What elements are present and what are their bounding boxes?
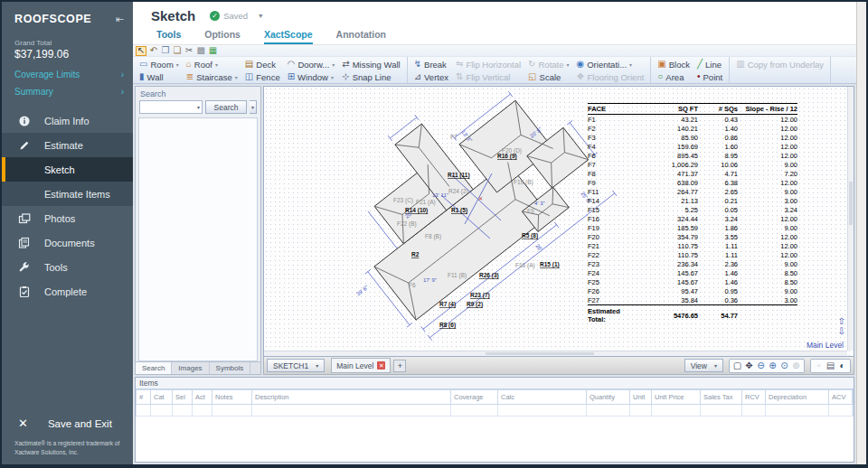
level-tab-main-level[interactable]: Main Level ✕ xyxy=(331,358,391,373)
face-cell: 0.86 xyxy=(698,133,738,142)
sidebar-link-summary[interactable]: Summary › xyxy=(2,83,133,100)
sketch-canvas[interactable]: ✕ F7F20 (D)F19 (B)F23 (C)F21 (A)F22 (B)F… xyxy=(263,86,854,357)
sidebar-item-estimate-items[interactable]: Estimate Items xyxy=(2,182,133,206)
tab-options[interactable]: Options xyxy=(204,29,241,44)
search-button[interactable]: Search xyxy=(205,100,247,114)
zoom-window-button[interactable]: ⊙ xyxy=(778,361,790,370)
items-empty-cell[interactable] xyxy=(193,405,212,417)
items-empty-cell[interactable] xyxy=(829,405,853,417)
ribbon-button-label: Flip Horizontal xyxy=(466,60,521,70)
tab-search[interactable]: Search xyxy=(136,362,172,374)
sidebar-item-sketch[interactable]: Sketch xyxy=(2,157,133,182)
items-empty-cell[interactable] xyxy=(853,405,854,417)
face-cell: F24 xyxy=(588,268,627,277)
blank-square-button[interactable]: ▫ xyxy=(813,361,825,370)
items-empty-cell[interactable] xyxy=(252,405,451,417)
zoom-out-button[interactable]: ⊖ xyxy=(755,361,767,370)
items-empty-cell[interactable] xyxy=(701,405,742,417)
select-button[interactable]: ↖ xyxy=(136,46,146,56)
page-button[interactable]: ▤ xyxy=(825,361,836,370)
vertical-scrollbar[interactable] xyxy=(847,87,854,351)
items-empty-row[interactable] xyxy=(137,405,854,417)
paste-button[interactable]: ❏ xyxy=(172,46,182,56)
lock-button[interactable]: ▩ xyxy=(195,46,205,56)
close-level-icon[interactable]: ✕ xyxy=(377,361,385,370)
items-empty-cell[interactable] xyxy=(587,405,630,417)
face-cell: 8.50 xyxy=(738,268,797,277)
items-empty-cell[interactable] xyxy=(766,405,829,417)
undo-button[interactable]: ↶ xyxy=(148,46,158,56)
sidebar-item-claim-info[interactable]: Claim Info xyxy=(2,108,133,133)
undo-icon: ↶ xyxy=(150,46,157,55)
face-cell: 43.21 xyxy=(627,115,698,125)
zoom-in-button[interactable]: ⊕ xyxy=(767,361,778,370)
items-empty-cell[interactable] xyxy=(173,405,193,417)
pan-icon: ✥ xyxy=(745,361,752,370)
world-button[interactable]: ◐ xyxy=(836,361,848,370)
items-empty-cell[interactable] xyxy=(630,405,652,417)
ribbon-scale-button[interactable]: ◱Scale xyxy=(524,72,572,82)
ribbon-vertex-button[interactable]: ⊿Vertex xyxy=(410,72,452,82)
pan-button[interactable]: ✥ xyxy=(743,361,755,370)
face-cell: 0.43 xyxy=(698,115,738,125)
ribbon-staircase-button[interactable]: ≣Staircase▾ xyxy=(183,72,241,82)
ribbon-fence-button[interactable]: ◫Fence xyxy=(241,72,284,82)
search-options-dropdown[interactable]: ▾ xyxy=(250,100,257,114)
search-input[interactable] xyxy=(140,103,195,112)
cut-button[interactable]: ✂ xyxy=(184,46,193,56)
copy-button[interactable]: ❐ xyxy=(160,46,170,56)
face-cell: 0.95 xyxy=(698,286,738,295)
ribbon-missing-wall-button[interactable]: ⇄Missing Wall xyxy=(338,60,403,70)
tab-xactscope[interactable]: XactScope xyxy=(264,29,313,44)
ribbon-wall-button[interactable]: ▮Wall xyxy=(136,72,183,82)
zoom-extents-button[interactable]: ⊚ xyxy=(790,361,802,370)
ribbon-block-button[interactable]: ▣Block xyxy=(654,60,693,70)
face-cell: 8.50 xyxy=(738,277,797,286)
sketch-marker: ✕ xyxy=(478,196,483,201)
collapse-sidebar-icon[interactable]: ⇤ xyxy=(116,14,124,25)
horizontal-scrollbar[interactable] xyxy=(264,351,847,356)
items-empty-cell[interactable] xyxy=(151,405,173,417)
ribbon-roof-button[interactable]: ⌂Roof▾ xyxy=(183,60,241,70)
marquee-button[interactable]: ▢ xyxy=(731,361,743,370)
ribbon-orientati-button[interactable]: ◉Orientati...▾ xyxy=(573,60,648,70)
window-icon: ⊞ xyxy=(288,72,295,81)
ribbon-snap-line-button[interactable]: ⊹Snap Line xyxy=(338,72,403,82)
search-combobox[interactable]: ▾ xyxy=(139,100,203,114)
items-empty-cell[interactable] xyxy=(212,405,252,417)
tab-images[interactable]: Images xyxy=(172,362,209,374)
rotate-icon: ↻ xyxy=(528,60,535,69)
add-level-button[interactable]: + xyxy=(393,360,406,372)
sidebar-item-estimate[interactable]: Estimate xyxy=(2,133,133,157)
ribbon-line-button[interactable]: ╱Line xyxy=(693,60,726,70)
save-and-exit-button[interactable]: ✕ Save and Exit xyxy=(2,417,133,430)
sidebar-item-documents[interactable]: Documents xyxy=(2,230,133,255)
items-empty-cell[interactable] xyxy=(652,405,701,417)
ribbon-button-label: Copy from Underlay xyxy=(748,60,824,70)
sidebar-item-photos[interactable]: Photos xyxy=(2,206,133,230)
items-empty-cell[interactable] xyxy=(451,405,498,417)
ribbon-point-button[interactable]: •Point xyxy=(693,72,726,82)
items-empty-cell[interactable] xyxy=(137,405,151,417)
view-menu-button[interactable]: View ▾ xyxy=(684,359,723,372)
sidebar-link-coverage-limits[interactable]: Coverage Limits › xyxy=(2,66,133,83)
tab-tools[interactable]: Tools xyxy=(156,29,181,44)
chevron-down-icon[interactable]: ▾ xyxy=(195,104,202,110)
items-empty-cell[interactable] xyxy=(742,405,766,417)
ribbon-window-button[interactable]: ⊞Window▾ xyxy=(284,72,339,82)
ribbon-break-button[interactable]: ↯Break xyxy=(410,60,452,70)
sidebar-item-complete[interactable]: Complete xyxy=(2,279,133,304)
sidebar-item-tools[interactable]: Tools xyxy=(2,255,133,279)
grid-button[interactable]: ▦ xyxy=(208,46,218,56)
sketch-page-selector[interactable]: SKETCH1 ▾ xyxy=(267,359,325,372)
ribbon-area-button[interactable]: ○Area xyxy=(654,72,693,82)
tab-symbols[interactable]: Symbols xyxy=(210,362,251,374)
ribbon-deck-button[interactable]: ▤Deck xyxy=(241,60,284,70)
tab-annotation[interactable]: Annotation xyxy=(336,29,386,44)
items-empty-cell[interactable] xyxy=(498,405,587,417)
ribbon-doorw-button[interactable]: ◠Doorw...▾ xyxy=(284,60,339,70)
face-row: F8471.374.717.20 xyxy=(588,169,797,178)
sketch-label-r16-9: R16 (9) xyxy=(497,153,517,160)
chevron-down-icon[interactable]: ▾ xyxy=(259,12,262,20)
ribbon-room-button[interactable]: ▭Room▾ xyxy=(136,60,183,70)
